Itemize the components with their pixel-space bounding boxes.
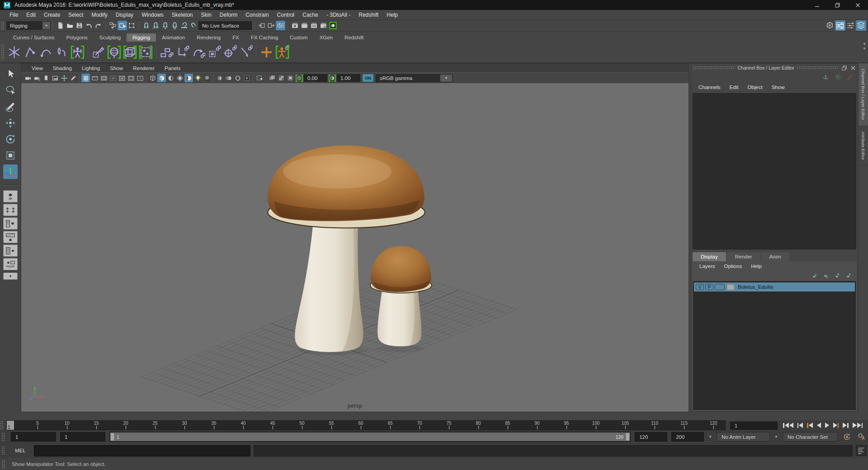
textured-icon[interactable] bbox=[175, 74, 184, 82]
current-frame-field[interactable]: 1 bbox=[730, 422, 778, 430]
shelf-tab-curves-surfaces[interactable]: Curves / Surfaces bbox=[7, 33, 60, 42]
snap-point-icon[interactable] bbox=[160, 21, 170, 30]
shelf-tab-rendering[interactable]: Rendering bbox=[191, 33, 226, 42]
close-panel-icon[interactable] bbox=[850, 65, 856, 71]
menu-display[interactable]: Display bbox=[112, 12, 137, 18]
xray-joints-icon[interactable] bbox=[277, 74, 285, 82]
drag-handle[interactable] bbox=[1, 432, 5, 442]
redo-icon[interactable] bbox=[94, 21, 103, 30]
minimize-button[interactable] bbox=[807, 0, 827, 10]
layer-color-swatch[interactable] bbox=[727, 284, 734, 290]
make-live-icon[interactable] bbox=[189, 21, 198, 30]
motion-blur-icon[interactable] bbox=[224, 74, 233, 82]
pencil-icon[interactable] bbox=[846, 73, 854, 81]
menu-constrain[interactable]: Constrain bbox=[241, 12, 273, 18]
rotate-tool[interactable] bbox=[3, 132, 18, 146]
use-all-lights-icon[interactable] bbox=[166, 74, 175, 82]
hypershade-persp-layout[interactable] bbox=[3, 244, 18, 257]
quick-render-icon[interactable] bbox=[300, 21, 309, 30]
shelf-ik-handle-icon[interactable] bbox=[22, 43, 38, 61]
menu-redshift[interactable]: Redshift bbox=[354, 12, 382, 18]
step-forward-frame-icon[interactable] bbox=[842, 422, 849, 428]
select-hierarchy-icon[interactable] bbox=[108, 21, 118, 30]
shelf-bind-skin-icon[interactable] bbox=[106, 43, 122, 61]
select-component-icon[interactable] bbox=[127, 21, 137, 30]
select-object-icon[interactable] bbox=[118, 21, 127, 30]
range-slider-bar[interactable]: 1 120 bbox=[110, 432, 630, 441]
redshift-render-view-icon[interactable] bbox=[328, 21, 338, 30]
shelf-aim-constraint-icon[interactable] bbox=[222, 43, 238, 61]
lasso-tool[interactable] bbox=[3, 83, 18, 98]
menu-skeleton[interactable]: Skeleton bbox=[168, 12, 197, 18]
shelf-orient-constraint-icon[interactable] bbox=[190, 43, 206, 61]
render-view-icon[interactable] bbox=[290, 21, 300, 30]
snap-grid-icon[interactable] bbox=[142, 21, 151, 30]
persp-graph-layout[interactable] bbox=[3, 231, 18, 243]
drag-handle[interactable] bbox=[797, 66, 839, 70]
layer-playback-toggle[interactable]: P bbox=[705, 284, 713, 290]
snap-view-plane-icon[interactable] bbox=[179, 21, 189, 30]
shelf-quick-rig-icon[interactable] bbox=[70, 43, 85, 61]
playback-end-field[interactable]: 120 bbox=[635, 432, 667, 442]
chevron-down-icon[interactable]: ▼ bbox=[774, 435, 778, 439]
single-pane-layout[interactable] bbox=[3, 190, 18, 202]
layer-editor-tab-display[interactable]: Display bbox=[693, 252, 726, 261]
command-line-input[interactable] bbox=[34, 445, 250, 456]
shelf-parent-constraint-icon[interactable] bbox=[159, 43, 175, 61]
shelf-add-influence-icon[interactable] bbox=[259, 43, 274, 61]
drag-handle[interactable] bbox=[1, 446, 5, 455]
exposure-field[interactable]: 0.00 bbox=[304, 74, 327, 82]
new-empty-layer-icon[interactable] bbox=[833, 273, 841, 279]
restore-panel-icon[interactable] bbox=[841, 65, 848, 71]
contrast-icon[interactable] bbox=[328, 74, 336, 82]
drag-handle[interactable] bbox=[2, 460, 6, 469]
viewport-menu-show[interactable]: Show bbox=[105, 66, 128, 71]
shelf-hik-character-icon[interactable] bbox=[54, 43, 70, 61]
play-forwards-icon[interactable] bbox=[824, 422, 830, 428]
range-slider-track[interactable]: 1 120 bbox=[109, 432, 631, 442]
camera-attributes-icon[interactable] bbox=[33, 74, 41, 82]
step-forward-key-icon[interactable] bbox=[832, 422, 840, 428]
viewport-3d-view[interactable]: persp bbox=[21, 83, 689, 412]
persp-outliner-layout[interactable] bbox=[3, 217, 18, 230]
save-scene-icon[interactable] bbox=[75, 21, 84, 30]
viewport-menu-view[interactable]: View bbox=[27, 66, 48, 71]
move-layer-down-icon[interactable] bbox=[822, 273, 830, 279]
wireframe-icon[interactable] bbox=[148, 74, 157, 82]
drag-handle[interactable] bbox=[693, 66, 735, 70]
select-tool[interactable] bbox=[3, 67, 18, 81]
command-line-language-label[interactable]: MEL bbox=[10, 448, 31, 453]
tool-settings-icon[interactable] bbox=[845, 20, 856, 31]
auto-keyframe-icon[interactable] bbox=[842, 432, 852, 442]
shelf-create-joint-icon[interactable] bbox=[6, 43, 22, 61]
use-default-material-icon[interactable] bbox=[184, 74, 193, 82]
shelf-overflow-arrows[interactable]: ▼▼ bbox=[863, 42, 866, 51]
move-layer-up-icon[interactable] bbox=[811, 273, 818, 279]
viewport-menu-panels[interactable]: Panels bbox=[160, 66, 185, 71]
character-set-field[interactable]: No Character Set bbox=[783, 432, 838, 442]
viewport-menu-renderer[interactable]: Renderer bbox=[128, 66, 160, 71]
render-settings-icon[interactable] bbox=[319, 21, 328, 30]
output-connections-icon[interactable] bbox=[266, 21, 276, 30]
side-tab-channel-box-layer-editor[interactable]: Channel Box / Layer Editor bbox=[859, 63, 868, 126]
isolate-select-icon[interactable] bbox=[255, 74, 264, 82]
shelf-point-constraint-icon[interactable] bbox=[175, 43, 190, 61]
new-layer-from-selected-icon[interactable] bbox=[844, 273, 852, 279]
boletus-mushroom-small[interactable] bbox=[370, 246, 432, 352]
drag-handle[interactable] bbox=[1, 21, 5, 30]
manipulator-icon[interactable] bbox=[821, 73, 830, 81]
layer-row[interactable]: VPBoletus_Eduliis bbox=[694, 282, 855, 291]
layout-shortcuts-dropdown[interactable]: ▼ bbox=[3, 273, 18, 280]
menu-3dtoall[interactable]: - 3DtoAll - bbox=[322, 12, 354, 18]
field-chart-icon[interactable] bbox=[118, 74, 126, 82]
film-gate-icon[interactable] bbox=[90, 74, 99, 82]
persp-uv-layout[interactable] bbox=[3, 258, 18, 270]
attribute-editor-icon[interactable] bbox=[835, 20, 845, 31]
grease-pencil-icon[interactable] bbox=[69, 74, 77, 82]
layer-list[interactable]: VPBoletus_Eduliis bbox=[693, 281, 856, 410]
channel-box-menu-show[interactable]: Show bbox=[767, 85, 789, 90]
current-time-marker[interactable]: 1 bbox=[7, 421, 14, 430]
shelf-tab-sculpting[interactable]: Sculpting bbox=[94, 33, 127, 42]
layer-editor-menu-help[interactable]: Help bbox=[746, 263, 766, 269]
viewport-menu-shading[interactable]: Shading bbox=[48, 66, 77, 71]
